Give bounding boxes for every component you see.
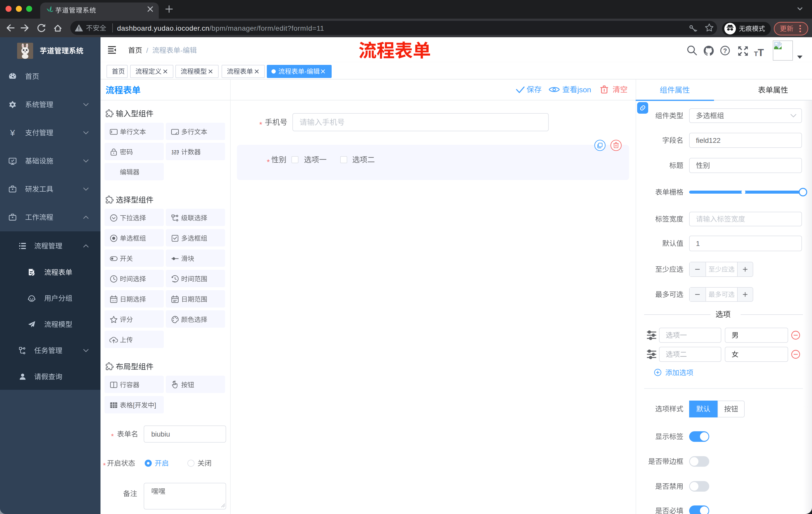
svg-text:dashboard.yudao.iocoder.cn: dashboard.yudao.iocoder.cn — [117, 24, 209, 32]
svg-text:*: * — [103, 461, 106, 469]
svg-text:/bpm/manager/form/edit?formId=: /bpm/manager/form/edit?formId=11 — [209, 24, 324, 32]
svg-text:123: 123 — [172, 150, 179, 154]
svg-text:T: T — [754, 50, 758, 58]
svg-text:-: - — [304, 67, 307, 75]
svg-text:1: 1 — [696, 240, 700, 247]
svg-text:?: ? — [723, 47, 727, 54]
svg-text:-: - — [180, 47, 183, 54]
svg-text:*: * — [259, 120, 262, 129]
svg-text:json: json — [577, 85, 591, 94]
svg-text:[: [ — [133, 401, 135, 409]
svg-text:]: ] — [154, 401, 156, 409]
svg-text:biubiu: biubiu — [151, 430, 170, 438]
svg-text:*: * — [111, 432, 114, 440]
svg-text:T: T — [758, 47, 764, 58]
svg-text:*: * — [267, 158, 270, 166]
svg-text:¥: ¥ — [10, 128, 15, 138]
svg-text:field122: field122 — [696, 137, 721, 144]
svg-text:/: / — [146, 47, 148, 54]
